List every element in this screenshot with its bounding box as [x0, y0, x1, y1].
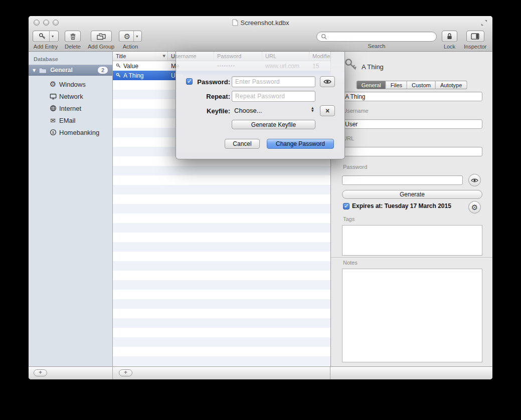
- inspector-divider: [331, 257, 492, 258]
- traffic-lights: [34, 20, 59, 26]
- trash-icon: [67, 31, 79, 42]
- tags-label: Tags: [343, 216, 355, 222]
- lock-icon: [443, 31, 456, 42]
- sidebar-item-email[interactable]: EMail: [29, 114, 112, 126]
- fullscreen-icon[interactable]: [481, 20, 487, 26]
- tab-autotype[interactable]: Autotype: [436, 81, 467, 89]
- inspector-entry-title: A Thing: [362, 63, 384, 71]
- search-input[interactable]: [329, 33, 432, 40]
- key-icon: [116, 73, 121, 78]
- url-field[interactable]: [342, 147, 482, 156]
- expires-row: Expires at: Tuesday 17 March 2015: [343, 202, 451, 209]
- reveal-password-button[interactable]: [320, 76, 335, 87]
- sidebar-section-header: Database: [34, 56, 58, 62]
- close-icon: [325, 107, 329, 115]
- sidebar-group-label: General: [50, 67, 98, 74]
- title-field[interactable]: [342, 92, 482, 101]
- password-label: Password: [343, 164, 367, 170]
- expires-checkbox[interactable]: [343, 203, 350, 209]
- disclosure-triangle-icon[interactable]: [33, 68, 36, 73]
- password-checkbox[interactable]: [186, 78, 193, 85]
- globe-icon: [49, 105, 57, 112]
- change-password-sheet: Password: Repeat: Keyfile: Choose... Gen…: [176, 52, 345, 159]
- username-field[interactable]: [342, 119, 482, 129]
- sidebar-item-internet[interactable]: Internet: [29, 102, 112, 114]
- add-entry-footer-button[interactable]: +: [119, 369, 132, 376]
- inspector-button[interactable]: [466, 31, 484, 42]
- sort-indicator-icon: [163, 54, 165, 58]
- expires-settings-button[interactable]: [468, 201, 481, 214]
- eye-icon: [323, 79, 331, 84]
- add-group-button[interactable]: [91, 31, 112, 42]
- keyfile-popup[interactable]: Choose...: [234, 107, 262, 114]
- generate-keyfile-button[interactable]: Generate Keyfile: [232, 120, 315, 129]
- eye-icon: [471, 178, 478, 183]
- pane-divider: [330, 366, 330, 379]
- username-label: Username: [343, 108, 369, 114]
- delete-button[interactable]: [65, 31, 81, 42]
- window-title: Screenshot.kdbx: [241, 19, 289, 27]
- sidebar-item-windows[interactable]: Windows: [29, 78, 112, 90]
- sidebar-item-homebanking[interactable]: $ Homebanking: [29, 126, 112, 138]
- entry-title: A Thing: [123, 72, 143, 79]
- titlebar[interactable]: Screenshot.kdbx: [29, 16, 492, 29]
- app-window: Screenshot.kdbx Add Entry: [29, 16, 492, 379]
- sidebar-group-general[interactable]: General 2: [29, 65, 112, 76]
- cancel-button[interactable]: Cancel: [225, 139, 260, 149]
- inspector-panel: A Thing General Files Custom Autotype Us…: [330, 52, 492, 366]
- change-password-button[interactable]: Change Password: [267, 139, 334, 149]
- password-input[interactable]: [232, 76, 315, 87]
- folders-icon: [93, 31, 109, 42]
- generate-password-button[interactable]: Generate: [342, 190, 482, 199]
- gear-icon: [471, 203, 478, 212]
- keyfile-label: Keyfile:: [194, 107, 230, 115]
- add-entry-button[interactable]: [33, 31, 59, 42]
- chevron-down-icon[interactable]: [134, 31, 140, 42]
- pane-divider: [112, 366, 113, 379]
- add-group-footer-button[interactable]: +: [34, 369, 47, 376]
- search-label: Search: [368, 43, 386, 49]
- sidebar: Database General 2 Windows Network Inter…: [29, 52, 113, 366]
- gear-icon: [49, 81, 57, 88]
- search-field[interactable]: [316, 32, 437, 42]
- entry-count-badge: 2: [98, 67, 108, 74]
- search-icon: [321, 34, 327, 40]
- action-button[interactable]: [119, 31, 142, 42]
- zoom-button[interactable]: [53, 20, 59, 26]
- action-label: Action: [123, 44, 138, 50]
- key-icon: [116, 63, 121, 69]
- reveal-password-button[interactable]: [468, 174, 481, 186]
- dollar-icon: $: [49, 129, 57, 136]
- tags-field[interactable]: [342, 225, 482, 256]
- password-label: Password:: [194, 78, 230, 86]
- tab-custom[interactable]: Custom: [407, 81, 436, 89]
- repeat-input[interactable]: [232, 91, 315, 102]
- password-field[interactable]: [342, 175, 463, 185]
- inspector-label: Inspector: [464, 44, 486, 50]
- inspector-tabs: General Files Custom Autotype: [357, 81, 467, 89]
- footer-bar: [29, 366, 492, 379]
- repeat-label: Repeat:: [194, 93, 230, 100]
- notes-field[interactable]: [342, 269, 482, 362]
- toolbar: Add Entry Delete Add Group: [29, 29, 492, 52]
- tab-files[interactable]: Files: [386, 81, 407, 89]
- add-group-label: Add Group: [88, 44, 114, 50]
- minimize-button[interactable]: [43, 20, 49, 26]
- key-icon: [344, 58, 358, 72]
- delete-label: Delete: [65, 44, 81, 50]
- add-entry-label: Add Entry: [34, 44, 58, 50]
- notes-label: Notes: [343, 260, 358, 266]
- stepper-icon[interactable]: [311, 106, 314, 112]
- envelope-icon: [49, 117, 57, 124]
- close-button[interactable]: [34, 20, 40, 26]
- column-header-title[interactable]: Title: [113, 52, 168, 61]
- tab-general[interactable]: General: [357, 81, 386, 89]
- lock-button[interactable]: [442, 31, 457, 42]
- clear-keyfile-button[interactable]: [320, 105, 335, 116]
- expires-label: Expires at: Tuesday 17 March 2015: [352, 202, 451, 209]
- sidebar-item-network[interactable]: Network: [29, 90, 112, 102]
- chevron-down-icon[interactable]: [50, 31, 56, 42]
- entry-title: Value: [123, 63, 138, 70]
- document-icon[interactable]: [232, 19, 238, 26]
- gear-icon: [121, 31, 133, 42]
